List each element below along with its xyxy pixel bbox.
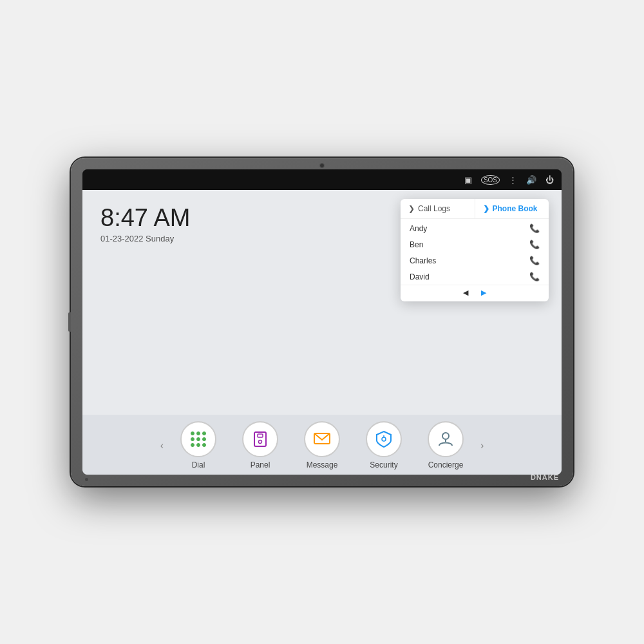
dial-dot-2 — [196, 431, 200, 435]
contact-name-david: David — [410, 272, 430, 281]
led-indicator — [85, 478, 88, 481]
nav-item-message[interactable]: Message — [294, 421, 350, 469]
dial-dot-1 — [191, 431, 194, 435]
sos-icon[interactable]: SOS — [481, 175, 500, 185]
dial-dots-grid — [191, 431, 206, 447]
main-content: 8:47 AM 01-23-2022 Sunday ❯ Call Logs ❯ … — [82, 190, 562, 475]
dial-dot-7 — [191, 443, 194, 447]
nav-item-panel[interactable]: Panel — [232, 421, 289, 469]
power-icon[interactable]: ⏻ — [545, 175, 554, 185]
contact-list: Andy 📞 Ben 📞 Charles 📞 David — [401, 219, 549, 301]
camera — [319, 163, 325, 168]
panel-label: Panel — [251, 460, 270, 469]
call-logs-tab[interactable]: ❯ Call Logs — [401, 199, 475, 218]
top-status-bar: ▣ SOS ⋮ 🔊 ⏻ — [82, 169, 562, 190]
svg-point-4 — [382, 437, 386, 441]
nav-item-dial[interactable]: Dial — [170, 421, 227, 469]
message-icon-circle — [304, 421, 340, 457]
svg-rect-1 — [258, 434, 263, 437]
chevron-right-icon: ❯ — [408, 204, 415, 213]
dial-dot-5 — [196, 437, 200, 441]
dial-dot-4 — [191, 437, 194, 441]
info-area: 8:47 AM 01-23-2022 Sunday ❯ Call Logs ❯ … — [82, 190, 562, 415]
call-icon-andy[interactable]: 📞 — [529, 223, 540, 233]
intercom-icon[interactable]: ⋮ — [509, 175, 517, 185]
dropdown-header: ❯ Call Logs ❯ Phone Book — [401, 199, 549, 219]
call-icon-david[interactable]: 📞 — [529, 272, 540, 281]
contact-name-charles: Charles — [410, 256, 436, 265]
contact-row-david[interactable]: David 📞 — [401, 269, 549, 285]
security-icon — [375, 430, 392, 448]
svg-point-2 — [259, 440, 262, 444]
side-button[interactable] — [68, 312, 71, 332]
contact-name-ben: Ben — [410, 240, 423, 249]
nav-item-concierge[interactable]: Concierge — [417, 421, 474, 469]
panel-icon-circle — [242, 421, 278, 457]
concierge-icon-circle — [428, 421, 464, 457]
next-page-arrow[interactable]: ▶ — [481, 289, 486, 297]
dial-label: Dial — [192, 460, 205, 469]
prev-page-arrow[interactable]: ◀ — [463, 289, 468, 297]
volume-icon[interactable]: 🔊 — [526, 175, 536, 185]
dial-icon-circle — [180, 421, 216, 457]
contact-name-andy: Andy — [410, 224, 427, 233]
message-icon — [313, 431, 331, 447]
call-icon-charles[interactable]: 📞 — [529, 256, 540, 265]
svg-point-6 — [442, 433, 449, 439]
contact-row-charles[interactable]: Charles 📞 — [401, 252, 549, 269]
dial-dot-6 — [202, 437, 206, 441]
security-label: Security — [370, 460, 397, 469]
dial-dot-3 — [202, 431, 206, 435]
contact-row-ben[interactable]: Ben 📞 — [401, 236, 549, 252]
nav-items: Dial Panel — [170, 421, 474, 469]
screen: ▣ SOS ⋮ 🔊 ⏻ 8:47 AM 01-23-2022 Sunday ❯ … — [82, 169, 562, 475]
contact-row-andy[interactable]: Andy 📞 — [401, 220, 549, 236]
dial-dot-8 — [196, 443, 200, 447]
monitor-icon[interactable]: ▣ — [464, 175, 472, 185]
call-logs-label: Call Logs — [418, 204, 450, 213]
nav-next-arrow[interactable]: › — [474, 440, 490, 451]
bottom-nav-bar: ‹ — [82, 415, 562, 475]
message-label: Message — [307, 460, 338, 469]
nav-item-security[interactable]: Security — [355, 421, 412, 469]
device-shell: DNAKE ▣ SOS ⋮ 🔊 ⏻ 8:47 AM 01-23-2022 Sun… — [71, 158, 573, 486]
call-icon-ben[interactable]: 📞 — [529, 240, 540, 249]
panel-icon — [252, 431, 269, 448]
security-icon-circle — [366, 421, 402, 457]
concierge-icon — [437, 430, 455, 448]
nav-prev-arrow[interactable]: ‹ — [154, 440, 170, 451]
chevron-down-icon: ❯ — [483, 204, 489, 213]
dropdown-panel: ❯ Call Logs ❯ Phone Book Andy 📞 — [401, 199, 549, 301]
phone-book-label: Phone Book — [493, 204, 538, 213]
concierge-label: Concierge — [428, 460, 464, 469]
dial-dot-9 — [202, 443, 206, 447]
phone-book-tab[interactable]: ❯ Phone Book — [475, 199, 549, 218]
pagination-row: ◀ ▶ — [401, 285, 549, 300]
